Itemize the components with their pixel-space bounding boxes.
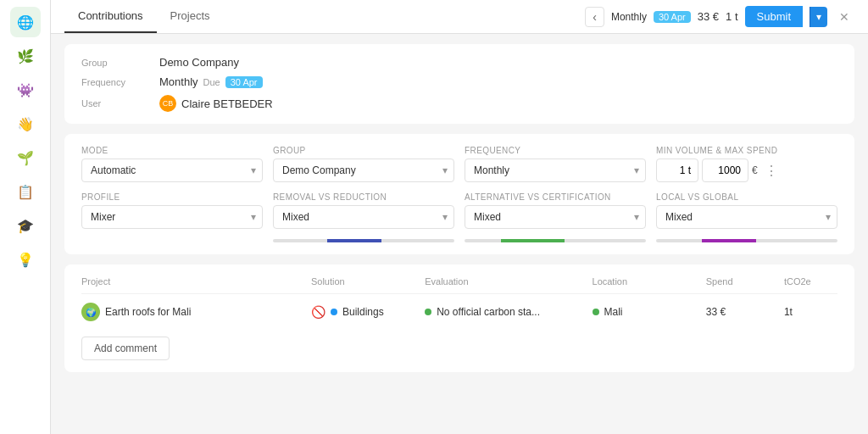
due-badge: 30 Apr	[225, 76, 263, 88]
local-field: LOCAL VS GLOBAL Mixed	[656, 192, 837, 242]
submit-button[interactable]: Submit	[745, 6, 803, 27]
spend-value: 33 €	[706, 306, 726, 318]
settings-card: MODE Automatic GROUP Demo Company	[64, 134, 854, 254]
tab-projects[interactable]: Projects	[157, 0, 224, 33]
group-label-settings: GROUP	[273, 146, 454, 155]
group-field: GROUP Demo Company	[273, 146, 454, 182]
info-row-group: Group Demo Company	[81, 56, 837, 69]
th-location: Location	[593, 276, 699, 287]
table-card: Project Solution Evaluation Location Spe…	[64, 264, 854, 372]
profile-select-wrap: Mixer	[81, 205, 263, 229]
sidebar-icon-leaf[interactable]: 🌿	[10, 41, 41, 71]
settings-grid-top: MODE Automatic GROUP Demo Company	[81, 146, 837, 182]
td-tco2e: 1t	[784, 306, 837, 318]
table-row: 🌍 Earth roofs for Mali 🚫 Buildings No of…	[81, 294, 837, 330]
profile-select[interactable]: Mixer	[81, 205, 263, 229]
td-evaluation: No official carbon sta...	[425, 306, 585, 318]
alternative-select[interactable]: Mixed	[465, 205, 646, 229]
submit-dropdown-button[interactable]: ▾	[810, 7, 827, 27]
location-dot	[593, 309, 599, 315]
content: Group Demo Company Frequency Monthly Due…	[51, 34, 868, 434]
mode-select[interactable]: Automatic	[81, 159, 263, 182]
th-tco2e: tCO2e	[784, 276, 837, 287]
max-spend-input[interactable]	[702, 159, 748, 182]
sidebar: 🌐 🌿 👾 👋 🌱 📋 🎓 💡	[0, 0, 51, 434]
removal-select-wrap: Mixed	[273, 205, 454, 229]
th-evaluation: Evaluation	[425, 276, 585, 287]
mode-field: MODE Automatic	[81, 146, 263, 182]
forbidden-icon: 🚫	[311, 305, 326, 319]
td-spend: 33 €	[706, 306, 777, 318]
removal-label: REMOVAL VS REDUCTION	[273, 192, 454, 202]
location-value: Mali	[604, 306, 623, 318]
max-spend-currency: €	[752, 164, 758, 176]
th-solution: Solution	[311, 276, 418, 287]
evaluation-dot	[425, 309, 431, 315]
info-row-frequency: Frequency Monthly Due 30 Apr	[81, 75, 837, 88]
sidebar-icon-graduation[interactable]: 🎓	[10, 210, 41, 241]
local-label: LOCAL VS GLOBAL	[656, 192, 837, 202]
group-value: Demo Company	[159, 56, 239, 69]
local-slider[interactable]	[656, 239, 837, 242]
more-options-button[interactable]: ⋮	[761, 159, 782, 182]
header-due-badge: 30 Apr	[654, 11, 691, 23]
group-select-wrap: Demo Company	[273, 159, 454, 182]
user-value: CB Claire BETBEDER	[159, 95, 273, 112]
sidebar-icon-layers[interactable]: 📋	[10, 176, 41, 207]
frequency-label: Frequency	[81, 77, 149, 87]
evaluation-value: No official carbon sta...	[437, 306, 540, 318]
close-button[interactable]: ✕	[834, 7, 854, 27]
removal-field: REMOVAL VS REDUCTION Mixed	[273, 192, 454, 242]
td-project: 🌍 Earth roofs for Mali	[81, 303, 304, 321]
project-icon: 🌍	[81, 303, 100, 321]
header-right: ‹ Monthly 30 Apr 33 € 1 t Submit ▾ ✕	[585, 6, 854, 27]
alternative-label: ALTERNATIVE VS CERTIFICATION	[465, 192, 646, 202]
group-select[interactable]: Demo Company	[273, 159, 454, 182]
main-area: Contributions Projects ‹ Monthly 30 Apr …	[51, 0, 868, 434]
mode-label: MODE	[81, 146, 263, 155]
header-frequency: Monthly	[611, 11, 647, 23]
group-label: Group	[81, 58, 149, 68]
user-avatar: CB	[159, 95, 176, 112]
frequency-label-settings: FREQUENCY	[465, 146, 646, 155]
mode-select-wrap: Automatic	[81, 159, 263, 182]
profile-field: PROFILE Mixer	[81, 192, 263, 229]
back-button[interactable]: ‹	[585, 7, 604, 27]
td-location: Mali	[593, 306, 699, 318]
settings-grid-bottom: PROFILE Mixer REMOVAL VS REDUCTION Mixed	[81, 192, 837, 242]
sidebar-icon-bulb[interactable]: 💡	[10, 244, 41, 275]
solution-dot	[331, 309, 337, 315]
th-project: Project	[81, 276, 304, 287]
sidebar-icon-face[interactable]: 👾	[10, 75, 41, 105]
tco2e-value: 1t	[784, 306, 793, 318]
frequency-field: FREQUENCY Monthly	[465, 146, 646, 182]
minvol-field: MIN VOLUME & MAX SPEND € ⋮	[656, 146, 837, 182]
sidebar-icon-globe[interactable]: 🌐	[10, 7, 41, 37]
alternative-field: ALTERNATIVE VS CERTIFICATION Mixed	[465, 192, 646, 242]
frequency-select[interactable]: Monthly	[465, 159, 646, 182]
solution-value: Buildings	[342, 306, 384, 318]
th-spend: Spend	[706, 276, 777, 287]
removal-slider[interactable]	[273, 239, 454, 242]
sidebar-icon-hand[interactable]: 👋	[10, 108, 41, 139]
due-static-label: Due	[203, 77, 220, 87]
project-name: Earth roofs for Mali	[105, 306, 191, 318]
tab-contributions[interactable]: Contributions	[64, 0, 157, 33]
user-label: User	[81, 98, 149, 108]
frequency-value: Monthly Due 30 Apr	[159, 75, 263, 88]
min-volume-input[interactable]	[656, 159, 698, 182]
sidebar-icon-sprout[interactable]: 🌱	[10, 142, 41, 173]
frequency-select-wrap: Monthly	[465, 159, 646, 182]
local-select-wrap: Mixed	[656, 205, 837, 229]
add-comment-button[interactable]: Add comment	[81, 337, 170, 360]
table-header: Project Solution Evaluation Location Spe…	[81, 276, 837, 294]
info-row-user: User CB Claire BETBEDER	[81, 95, 837, 112]
alternative-select-wrap: Mixed	[465, 205, 646, 229]
td-solution: 🚫 Buildings	[311, 305, 418, 319]
alternative-slider[interactable]	[465, 239, 646, 242]
local-select[interactable]: Mixed	[656, 205, 837, 229]
header-amount: 33 €	[698, 10, 719, 23]
minvol-label: MIN VOLUME & MAX SPEND	[656, 146, 837, 155]
profile-label: PROFILE	[81, 192, 263, 202]
removal-select[interactable]: Mixed	[273, 205, 454, 229]
